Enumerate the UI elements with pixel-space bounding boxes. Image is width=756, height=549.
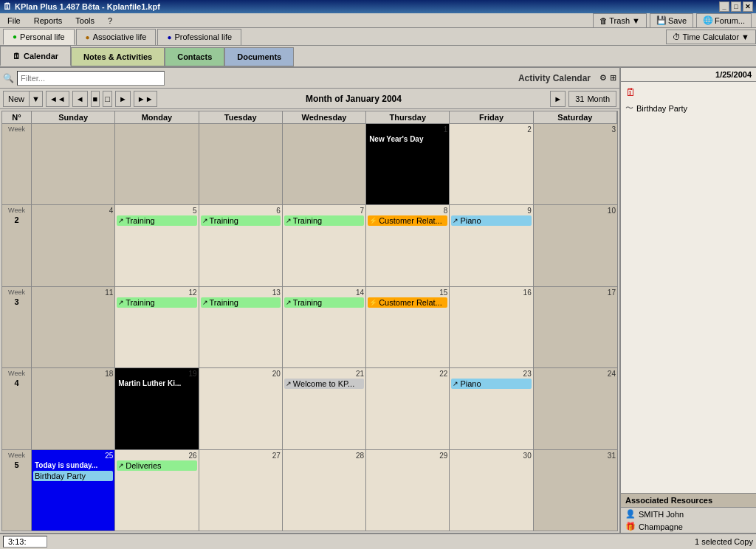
cal-cell-2-2[interactable]: 5↗Training	[115, 205, 199, 286]
trash-button[interactable]: 🗑 Trash ▼	[593, 13, 647, 28]
event-item-3-4-0[interactable]: ↗Training	[284, 297, 364, 308]
menu-tools[interactable]: Tools	[69, 15, 100, 27]
event-item-3-2-0[interactable]: ↗Training	[117, 297, 196, 308]
cal-cell-1-5[interactable]: 1New Year's Day	[366, 124, 450, 204]
event-item-3-5-0[interactable]: ⚡Customer Relat...	[368, 297, 447, 308]
close-button[interactable]: ✕	[743, 1, 753, 12]
month-view-button[interactable]: 31 Month	[568, 91, 616, 107]
cal-cell-5-4[interactable]: 28	[283, 450, 366, 531]
cal-cell-5-2[interactable]: 26↗Deliveries	[115, 450, 199, 531]
event-item-2-6-0[interactable]: ↗Piano	[451, 215, 531, 226]
nav-grid-button[interactable]: □	[103, 91, 112, 107]
tab-associative-life[interactable]: ● Associative life	[76, 29, 157, 45]
nav-first-button[interactable]: ◄◄	[46, 91, 69, 107]
event-arrow-icon: ↗	[202, 299, 208, 306]
nav-last-button[interactable]: ►►	[134, 91, 157, 107]
menu-file[interactable]: File	[1, 15, 27, 27]
event-item-5-1-1[interactable]: Birthday Party	[33, 471, 113, 481]
cal-cell-2-4[interactable]: 7↗Training	[283, 205, 366, 286]
cal-cell-1-2[interactable]	[115, 124, 199, 204]
day-num-10: 10	[535, 207, 616, 215]
nav-next-button[interactable]: ►	[115, 91, 131, 107]
cal-cell-4-1[interactable]: 18	[32, 368, 115, 449]
resource-champagne-row[interactable]: 🎁 Champagne	[621, 520, 756, 533]
event-item-3-3-0[interactable]: ↗Training	[201, 297, 281, 308]
cal-cell-2-5[interactable]: 8⚡Customer Relat...	[366, 205, 450, 286]
save-button[interactable]: 💾 Save	[650, 13, 693, 28]
cal-cell-2-6[interactable]: 9↗Piano	[450, 205, 533, 286]
header-wednesday: Wednesday	[283, 111, 366, 123]
calendar-icon: 🗓	[13, 52, 21, 61]
cal-cell-4-6[interactable]: 23↗Piano	[450, 368, 533, 449]
cal-cell-3-6[interactable]: 16	[450, 287, 533, 367]
cal-cell-3-2[interactable]: 12↗Training	[115, 287, 199, 367]
tab-notes[interactable]: Notes & Activities	[71, 47, 165, 66]
cal-cell-3-4[interactable]: 14↗Training	[283, 287, 366, 367]
cal-cell-1-6[interactable]: 2	[450, 124, 533, 204]
cal-cell-1-4[interactable]	[283, 124, 366, 204]
nav-prev-button[interactable]: ◄	[72, 91, 88, 107]
cal-cell-3-3[interactable]: 13↗Training	[199, 287, 283, 367]
menu-reports[interactable]: Reports	[28, 15, 69, 27]
right-event-birthday-row[interactable]: 〜 Birthday Party	[624, 101, 753, 115]
cal-cell-3-7[interactable]: 17	[534, 287, 617, 367]
cal-cell-2-1[interactable]: 4	[32, 205, 115, 286]
new-dropdown[interactable]: New ▼	[3, 91, 43, 107]
cal-cell-5-7[interactable]: 31	[534, 450, 617, 531]
resource-smith-row[interactable]: 👤 SMITH John	[621, 508, 756, 520]
cal-cell-5-6[interactable]: 30	[450, 450, 533, 531]
tab-contacts[interactable]: Contacts	[165, 47, 224, 66]
nav-forward-button[interactable]: ►	[550, 91, 566, 107]
cal-cell-5-5[interactable]: 29	[366, 450, 450, 531]
maximize-button[interactable]: □	[731, 1, 741, 12]
cal-cell-5-1[interactable]: 25Today is sunday...Birthday Party	[32, 450, 115, 531]
tab-personal-life[interactable]: ● Personal life	[3, 29, 75, 45]
event-arrow-icon: ↗	[118, 462, 124, 469]
event-item-1-5-0[interactable]: New Year's Day	[368, 134, 447, 144]
new-main-label[interactable]: New	[4, 92, 30, 106]
menu-bar: File Reports Tools ? 🗑 Trash ▼ 💾 Save 🌐 …	[0, 13, 756, 28]
time-calculator-button[interactable]: ⏱ Time Calculator ▼	[666, 30, 756, 44]
maximize-cal-icon[interactable]: ⊞	[610, 73, 616, 83]
day-num-7: 7	[284, 207, 364, 215]
event-item-2-3-0[interactable]: ↗Training	[201, 215, 281, 226]
minimize-button[interactable]: _	[719, 1, 729, 12]
cal-cell-3-5[interactable]: 15⚡Customer Relat...	[366, 287, 450, 367]
event-item-2-5-0[interactable]: ⚡Customer Relat...	[368, 215, 447, 226]
event-label-5-2-0: Deliveries	[126, 461, 161, 470]
cal-cell-4-4[interactable]: 21↗Welcome to KP...	[283, 368, 366, 449]
week-label-4: Week4	[2, 368, 32, 449]
calendar-row-5: Week525Today is sunday...Birthday Party2…	[2, 450, 617, 531]
cal-cell-1-1[interactable]	[32, 124, 115, 204]
event-item-4-4-0[interactable]: ↗Welcome to KP...	[284, 379, 364, 389]
event-item-5-1-0[interactable]: Today is sunday...	[33, 460, 113, 470]
event-item-4-6-0[interactable]: ↗Piano	[451, 379, 531, 389]
cal-cell-5-3[interactable]: 27	[199, 450, 283, 531]
cal-cell-4-5[interactable]: 22	[366, 368, 450, 449]
cal-cell-4-2[interactable]: 19Martin Luther Ki...	[115, 368, 199, 449]
cal-cell-3-1[interactable]: 11	[32, 287, 115, 367]
filter-input[interactable]	[17, 71, 165, 86]
gift-icon: 🎁	[625, 522, 636, 531]
tab-calendar[interactable]: 🗓 Calendar	[0, 46, 71, 66]
forum-button[interactable]: 🌐 Forum...	[696, 13, 752, 28]
cal-cell-2-7[interactable]: 10	[534, 205, 617, 286]
event-item-5-2-0[interactable]: ↗Deliveries	[117, 460, 196, 471]
cal-cell-1-3[interactable]	[199, 124, 283, 204]
menu-help[interactable]: ?	[102, 15, 118, 27]
cal-cell-1-7[interactable]: 3	[534, 124, 617, 204]
event-item-2-2-0[interactable]: ↗Training	[117, 215, 196, 226]
cal-cell-4-7[interactable]: 24	[534, 368, 617, 449]
event-item-4-2-0[interactable]: Martin Luther Ki...	[117, 379, 196, 388]
settings-icon[interactable]: ⚙	[599, 73, 607, 83]
tab-documents[interactable]: Documents	[224, 47, 294, 66]
cal-cell-2-3[interactable]: 6↗Training	[199, 205, 283, 286]
status-time: 3:13:	[3, 536, 47, 548]
new-dropdown-arrow[interactable]: ▼	[30, 92, 42, 106]
nav-today-button[interactable]: ■	[91, 91, 100, 107]
cal-cell-4-3[interactable]: 20	[199, 368, 283, 449]
personal-life-icon: ●	[13, 32, 17, 41]
tab-professional-life[interactable]: ● Professional life	[157, 29, 241, 45]
event-item-2-4-0[interactable]: ↗Training	[284, 215, 364, 226]
day-num-30: 30	[451, 452, 531, 460]
